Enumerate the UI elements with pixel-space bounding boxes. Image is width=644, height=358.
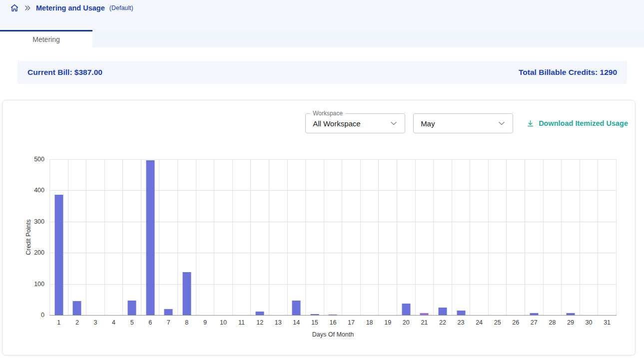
chart-column: 1 [49,159,68,315]
breadcrumb-separator-icon [23,4,31,12]
chart-column: 16 [324,159,342,315]
top-bar: Metering and Usage (Default) [0,0,644,30]
chart-bar [402,304,410,315]
chevron-down-icon [497,118,507,128]
chart-column: 23 [452,159,470,315]
current-bill-text: Current Bill: $387.00 [27,68,102,77]
chart-bar [438,308,447,315]
x-axis-line [49,315,617,316]
page: Metering and Usage (Default) Metering Cu… [0,0,644,358]
chart-column: 3 [86,159,104,315]
chart-column: 26 [506,159,525,315]
y-axis-title: Credit Points [23,159,33,315]
month-select[interactable]: May [413,113,513,133]
chart-column: 28 [543,159,562,315]
chart-column: 20 [397,159,415,315]
tab-metering-label: Metering [32,35,59,43]
workspace-select-value: All Workspace [313,119,361,128]
chart-column: 12 [250,159,269,315]
x-tick-label: 31 [594,319,620,326]
chart-column: 5 [122,159,141,315]
y-tick-label: 0 [41,312,44,319]
chart-column: 8 [177,159,196,315]
breadcrumb-title[interactable]: Metering and Usage [36,4,105,12]
chart-column: 18 [360,159,379,315]
chart-column: 7 [159,159,177,315]
chart-bar [164,309,173,315]
chart-column: 15 [305,159,324,315]
total-billable-credits-text: Total Billable Credits: 1290 [519,68,617,77]
chart-column: 24 [470,159,488,315]
home-icon[interactable] [10,3,19,12]
chart-column: 11 [232,159,251,315]
y-tick-label: 200 [34,249,44,256]
chart-column: 2 [68,159,86,315]
chart-plot: Credit Points 12345678910111213141516171… [49,159,617,315]
chart-columns: 1234567891011121314151617181920212223242… [49,159,617,315]
chart-bar [182,272,191,315]
chart-bar [292,301,301,315]
y-tick-label: 500 [34,156,44,163]
month-select-value: May [421,119,435,128]
chart-toolbar: Workspace All Workspace May [305,113,628,133]
chart-column: 17 [342,159,360,315]
y-tick-label: 400 [34,187,44,194]
tab-strip: Metering [0,30,644,47]
metering-panel: Workspace All Workspace May [2,100,636,356]
download-icon [526,119,535,128]
chart-bar [128,301,136,315]
x-axis-title: Days Of Month [49,331,617,338]
y-tick-label: 100 [34,281,44,288]
chart-column: 21 [415,159,434,315]
chart-bar [73,301,81,315]
download-itemized-usage-link[interactable]: Download Itemized Usage [526,119,628,128]
chart-column: 14 [287,159,306,315]
chart-bar [54,195,63,315]
chart-column: 19 [378,159,397,315]
y-tick-label: 300 [34,218,44,225]
workspace-select-label: Workspace [310,110,345,117]
chart-column: 9 [196,159,214,315]
chart-column: 27 [525,159,543,315]
chart-column: 13 [269,159,287,315]
tab-metering[interactable]: Metering [0,30,92,47]
chart-bar [256,312,264,315]
download-link-label: Download Itemized Usage [539,119,628,127]
workspace-select[interactable]: Workspace All Workspace [305,113,405,133]
chart-column: 10 [214,159,232,315]
chart-column: 31 [598,159,617,315]
chart-column: 25 [488,159,507,315]
chart-column: 22 [433,159,452,315]
chart-column: 4 [104,159,123,315]
breadcrumb: Metering and Usage (Default) [10,2,133,14]
chart-bar [457,311,465,315]
chart-column: 29 [561,159,580,315]
chart-column: 30 [580,159,598,315]
billing-summary-bar: Current Bill: $387.00 Total Billable Cre… [17,61,627,84]
breadcrumb-suffix: (Default) [109,4,133,11]
main-content: Current Bill: $387.00 Total Billable Cre… [0,47,644,358]
chart-bar [146,160,154,315]
chevron-down-icon [389,118,399,128]
chart-column: 6 [141,159,159,315]
